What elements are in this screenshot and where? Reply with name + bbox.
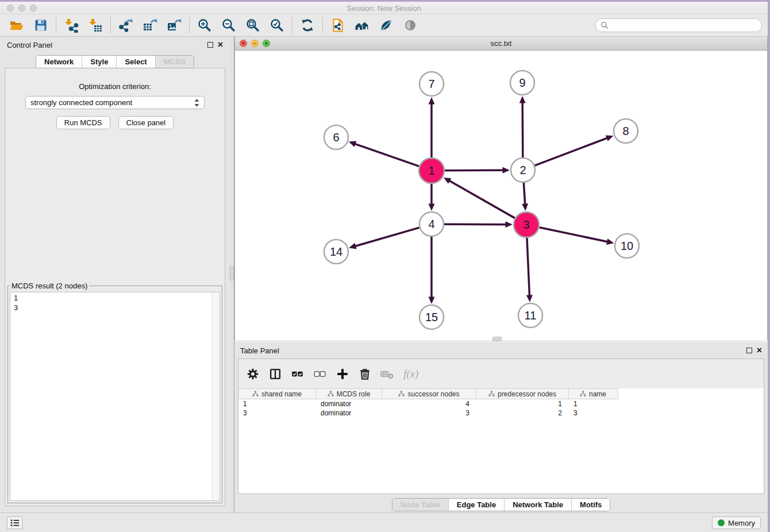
- import-table-button[interactable]: [83, 16, 107, 35]
- column-header-shared-name[interactable]: shared name: [238, 389, 316, 399]
- graph-node-11[interactable]: 11: [518, 303, 542, 327]
- apply-layout-button[interactable]: [295, 16, 319, 35]
- graph-node-4[interactable]: 4: [419, 212, 444, 236]
- graph-edge-2-8[interactable]: [535, 135, 614, 165]
- home-networks-button[interactable]: [350, 16, 374, 35]
- column-header-successor-nodes[interactable]: successor nodes: [382, 389, 476, 399]
- graph-edge-1-7[interactable]: [429, 97, 435, 157]
- splitter-handle[interactable]: [230, 267, 234, 280]
- graph-node-6[interactable]: 6: [324, 125, 348, 149]
- tab-network-table[interactable]: Network Table: [504, 499, 571, 511]
- graph-edge-4-3[interactable]: [444, 221, 513, 228]
- vertical-splitter[interactable]: [230, 37, 234, 512]
- run-mcds-button[interactable]: Run MCDS: [56, 116, 110, 129]
- zoom-selected-button[interactable]: [265, 16, 289, 35]
- create-column-button[interactable]: [335, 367, 350, 381]
- network-window-titlebar[interactable]: × − + scc.txt: [235, 37, 767, 51]
- table-row[interactable]: 3dominator323: [238, 408, 618, 418]
- graph-node-9[interactable]: 9: [510, 71, 534, 95]
- delete-column-button[interactable]: [357, 367, 372, 381]
- annotation-button[interactable]: [374, 16, 398, 35]
- tab-motifs[interactable]: Motifs: [571, 499, 610, 511]
- node-label: 11: [525, 309, 537, 322]
- table-settings-button[interactable]: [245, 367, 260, 381]
- network-canvas[interactable]: 7968124314101511: [235, 51, 767, 340]
- save-floppy-icon: [33, 18, 48, 33]
- network-minimize-button[interactable]: −: [251, 40, 259, 47]
- select-all-columns-button[interactable]: [290, 367, 305, 381]
- table-cell: 2: [476, 409, 569, 417]
- mcds-result-area[interactable]: 1 3: [10, 292, 220, 501]
- svg-text:f(x): f(x): [403, 368, 418, 380]
- graph-edge-4-14[interactable]: [349, 228, 419, 249]
- result-scrollbar[interactable]: [212, 292, 220, 500]
- table-cell: 1: [238, 400, 316, 408]
- table-row[interactable]: 1dominator411: [238, 399, 618, 408]
- tab-mcds[interactable]: MCDS: [155, 56, 194, 68]
- graph-edge-4-15[interactable]: [429, 237, 435, 304]
- graph-edge-3-1[interactable]: [444, 178, 515, 218]
- network-close-button[interactable]: ×: [240, 40, 247, 47]
- tab-network[interactable]: Network: [36, 56, 82, 68]
- graph-node-15[interactable]: 15: [419, 305, 444, 329]
- tab-edge-table[interactable]: Edge Table: [448, 499, 504, 511]
- column-header-MCDS-role[interactable]: MCDS role: [316, 389, 382, 399]
- task-history-button[interactable]: [7, 516, 22, 529]
- graph-edge-1-2[interactable]: [445, 167, 510, 174]
- search-box[interactable]: [595, 18, 762, 32]
- graph-edge-1-6[interactable]: [349, 141, 419, 167]
- refresh-layout-icon: [300, 18, 315, 33]
- table-tabs: Node TableEdge TableNetwork TableMotifs: [234, 498, 768, 511]
- tab-select[interactable]: Select: [116, 56, 155, 68]
- control-panel: Control Panel × NetworkStyleSelectMCDS O…: [0, 37, 230, 512]
- visibility-button[interactable]: [398, 16, 422, 35]
- zoom-in-button[interactable]: [192, 16, 217, 35]
- graph-node-2[interactable]: 2: [511, 158, 535, 182]
- graph-node-3[interactable]: 3: [514, 212, 539, 237]
- fx-icon: f(x): [402, 367, 423, 381]
- export-network-button[interactable]: [114, 16, 138, 35]
- zoom-out-icon: [221, 18, 236, 33]
- float-panel-icon[interactable]: [207, 42, 213, 48]
- memory-status-icon: [718, 519, 725, 526]
- deselect-all-columns-button[interactable]: [313, 367, 328, 381]
- export-image-button[interactable]: [162, 16, 186, 35]
- node-table-container: f(x) shared nameMCDS rolesuccessor nodes…: [238, 358, 764, 494]
- horizontal-splitter-handle[interactable]: [492, 337, 502, 341]
- zoom-out-button[interactable]: [217, 16, 241, 35]
- export-table-button[interactable]: [138, 16, 162, 35]
- column-header-name[interactable]: name: [569, 389, 617, 399]
- list-icon: [10, 518, 20, 527]
- network-file-button[interactable]: [326, 16, 350, 35]
- graph-node-14[interactable]: 14: [324, 240, 348, 264]
- toggle-column-panel-button[interactable]: [268, 367, 283, 381]
- search-input[interactable]: [612, 21, 757, 30]
- graph-node-8[interactable]: 8: [614, 119, 638, 143]
- import-network-button[interactable]: [59, 16, 83, 35]
- graph-edge-3-11[interactable]: [526, 238, 533, 302]
- memory-button[interactable]: Memory: [712, 516, 761, 529]
- table-toolbar: f(x): [238, 359, 764, 388]
- column-header-predecessor-nodes[interactable]: predecessor nodes: [476, 389, 569, 399]
- annotation-icon: [379, 18, 394, 33]
- network-window-controls: × − +: [240, 40, 270, 47]
- table-body: 1dominator4113dominator323: [238, 399, 764, 418]
- tab-node-table[interactable]: Node Table: [392, 499, 448, 511]
- close-panel-button[interactable]: Close panel: [118, 116, 174, 129]
- tab-style[interactable]: Style: [82, 56, 116, 68]
- table-close-icon[interactable]: ×: [757, 347, 762, 354]
- graph-node-10[interactable]: 10: [615, 234, 639, 258]
- table-float-icon[interactable]: [746, 348, 752, 353]
- open-session-button[interactable]: [5, 16, 29, 35]
- graph-edge-2-3[interactable]: [522, 183, 528, 211]
- graph-edge-3-10[interactable]: [540, 228, 614, 245]
- close-panel-icon[interactable]: ×: [218, 41, 223, 48]
- graph-edge-2-9[interactable]: [519, 96, 526, 157]
- criterion-dropdown[interactable]: strongly connected component: [25, 96, 205, 109]
- network-maximize-button[interactable]: +: [263, 40, 270, 47]
- save-session-button[interactable]: [29, 16, 53, 35]
- zoom-fit-button[interactable]: [241, 16, 265, 35]
- graph-node-1[interactable]: 1: [419, 158, 444, 183]
- graph-node-7[interactable]: 7: [419, 72, 444, 96]
- graph-edge-1-4[interactable]: [429, 184, 435, 211]
